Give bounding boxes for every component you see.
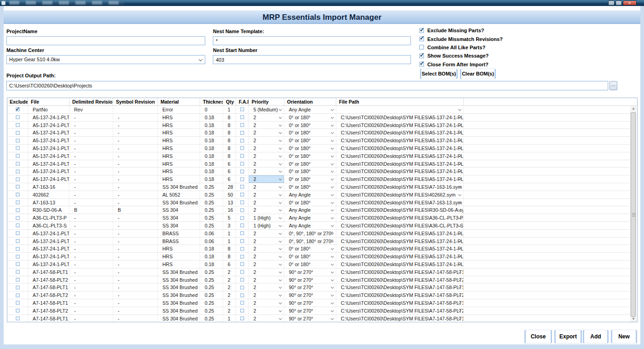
pri-cell[interactable]: 2 [249, 114, 284, 121]
path-cell[interactable]: C:\Users\TCI00260\Desktop\SYM FILES\4026… [336, 191, 464, 198]
path-cell[interactable]: C:\Users\TCI00260\Desktop\SYM FILES\A36-… [336, 214, 464, 221]
pri-cell[interactable]: 2 [249, 175, 284, 183]
path-cell[interactable]: C:\Users\TCI00260\Desktop\SYM FILES\A7-1… [336, 299, 464, 307]
ori-cell[interactable]: 0° or 180° [284, 114, 336, 121]
exclude-checkbox[interactable] [16, 185, 20, 189]
pri-cell[interactable]: 2 [249, 129, 284, 136]
add-button[interactable]: Add [583, 330, 609, 343]
exclude-checkbox[interactable] [16, 216, 20, 220]
ori-cell[interactable]: 0° or 180° [284, 145, 336, 152]
vertical-scrollbar[interactable]: ▲ ▼ [630, 106, 637, 322]
pri-cell[interactable]: 1 (High) [249, 214, 284, 221]
pri-cell[interactable]: 2 [249, 307, 284, 314]
fai-checkbox[interactable] [240, 239, 244, 243]
fai-checkbox[interactable] [240, 154, 244, 158]
exclude-checkbox[interactable] [16, 131, 20, 135]
ori-cell[interactable]: 90° or 270° [284, 268, 336, 276]
path-cell[interactable]: C:\Users\TCI00260\Desktop\SYM FILES\A36-… [336, 222, 464, 229]
exclude-checkbox[interactable] [16, 239, 20, 243]
col-header-exclude[interactable]: Exclude [7, 98, 28, 105]
exclude-checkbox[interactable] [16, 293, 20, 297]
fai-checkbox[interactable] [240, 270, 244, 274]
fai-checkbox[interactable] [240, 216, 244, 220]
path-cell[interactable] [336, 106, 464, 113]
path-cell[interactable]: C:\Users\TCI00260\Desktop\SYM FILES\A5-1… [336, 137, 464, 144]
exclude-checkbox[interactable] [16, 223, 20, 227]
ori-cell[interactable]: 0° or 180° [284, 168, 336, 175]
ori-cell[interactable]: 0° or 180° [284, 175, 336, 183]
exclude-checkbox[interactable] [16, 285, 20, 290]
exclude-checkbox[interactable] [16, 139, 20, 143]
pri-cell[interactable]: 5 (Medium) [249, 106, 284, 113]
path-cell[interactable]: C:\Users\TCI00260\Desktop\SYM FILES\A5-1… [336, 245, 464, 252]
fai-checkbox[interactable] [240, 293, 244, 297]
exclude-checkbox[interactable] [16, 270, 20, 274]
exclude-checkbox[interactable] [16, 162, 20, 166]
ori-cell[interactable]: 0° or 180° [284, 253, 336, 260]
scroll-up-icon[interactable]: ▲ [630, 106, 637, 111]
exclude-checkbox[interactable] [16, 308, 20, 313]
exclude-checkbox[interactable] [16, 247, 20, 251]
fai-checkbox[interactable] [240, 316, 244, 320]
path-cell[interactable]: C:\Users\TCI00260\Desktop\SYM FILES\A7-1… [336, 268, 464, 276]
path-cell[interactable]: C:\Users\TCI00260\Desktop\SYM FILES\A5-1… [336, 129, 464, 136]
path-cell[interactable]: C:\Users\TCI00260\Desktop\SYM FILES\A7-1… [336, 315, 464, 322]
path-cell[interactable]: C:\Users\TCI00260\Desktop\SYM FILES\A7-1… [336, 276, 464, 284]
pri-cell[interactable]: 1 (High) [249, 222, 284, 229]
fai-checkbox[interactable] [240, 301, 244, 305]
option-checkbox[interactable]: ✓ [419, 62, 424, 67]
option-checkbox[interactable]: ✓ [419, 28, 424, 33]
ori-cell[interactable]: 90° or 270° [284, 276, 336, 284]
fai-checkbox[interactable] [240, 200, 244, 204]
fai-checkbox[interactable] [240, 139, 244, 143]
fai-checkbox[interactable] [240, 285, 244, 290]
exclude-checkbox[interactable] [16, 200, 20, 204]
path-cell[interactable]: C:\Users\TCI00260\Desktop\SYM FILES\A5-1… [336, 168, 464, 175]
col-header-mat[interactable]: Material [158, 98, 200, 105]
pri-cell[interactable]: 2 [249, 168, 284, 175]
path-cell[interactable]: C:\Users\TCI00260\Desktop\SYM FILES\A7-1… [336, 307, 464, 314]
col-header-pri[interactable]: Priority [249, 98, 284, 105]
fai-checkbox[interactable] [240, 162, 244, 166]
pri-cell[interactable]: 2 [249, 245, 284, 252]
ori-cell[interactable]: 0° or 180° [284, 183, 336, 191]
exclude-checkbox[interactable] [16, 231, 20, 235]
col-header-fai[interactable]: F.A.I. [236, 98, 249, 105]
ori-cell[interactable]: 90° or 270° [284, 284, 336, 291]
ori-cell[interactable]: 90° or 270° [284, 315, 336, 322]
pri-cell[interactable]: 2 [249, 230, 284, 237]
new-button[interactable]: New [611, 330, 637, 343]
path-cell[interactable]: C:\Users\TCI00260\Desktop\SYM FILES\A5-1… [336, 238, 464, 245]
exclude-checkbox[interactable] [16, 177, 20, 181]
pri-cell[interactable]: 2 [249, 284, 284, 291]
browse-button[interactable]: ... [610, 81, 617, 90]
project-output-path-input[interactable] [6, 81, 608, 90]
fai-checkbox[interactable] [240, 255, 244, 259]
fai-checkbox[interactable] [240, 231, 244, 235]
pri-cell[interactable]: 2 [249, 299, 284, 307]
col-header-path[interactable]: File Path [336, 98, 464, 105]
exclude-checkbox[interactable] [16, 208, 20, 212]
path-cell[interactable]: C:\Users\TCI00260\Desktop\SYM FILES\A5-1… [336, 145, 464, 152]
fai-checkbox[interactable] [240, 192, 244, 197]
exclude-checkbox[interactable] [16, 146, 20, 150]
ori-cell[interactable]: 0° or 180° [284, 129, 336, 136]
pri-cell[interactable]: 2 [249, 152, 284, 160]
project-name-input[interactable] [6, 36, 205, 45]
ori-cell[interactable]: Any Angle [284, 191, 336, 198]
scroll-down-icon[interactable]: ▼ [630, 316, 637, 322]
ori-cell[interactable]: 90° or 270° [284, 291, 336, 299]
pri-cell[interactable]: 2 [249, 268, 284, 276]
ori-cell[interactable]: 0° or 180° [284, 199, 336, 206]
exclude-checkbox[interactable] [16, 154, 20, 158]
path-cell[interactable]: C:\Users\TCI00260\Desktop\SYM FILES\A5-1… [336, 122, 464, 129]
machine-center-select[interactable]: Hyper Gear 510 4.0kw [6, 55, 205, 64]
col-header-qty[interactable]: Qty [223, 98, 236, 105]
pri-cell[interactable]: 2 [249, 276, 284, 284]
pri-cell[interactable]: 2 [249, 160, 284, 168]
ori-cell[interactable]: 0°, 90°, 180° or 270° [284, 238, 336, 245]
path-cell[interactable]: C:\Users\TCI00260\Desktop\SYM FILES\A7-1… [336, 291, 464, 299]
select-bom-button[interactable]: Select BOM(s) [420, 69, 458, 79]
ori-cell[interactable]: Any Angle [284, 206, 336, 214]
maximize-button[interactable]: □ [615, 0, 622, 6]
